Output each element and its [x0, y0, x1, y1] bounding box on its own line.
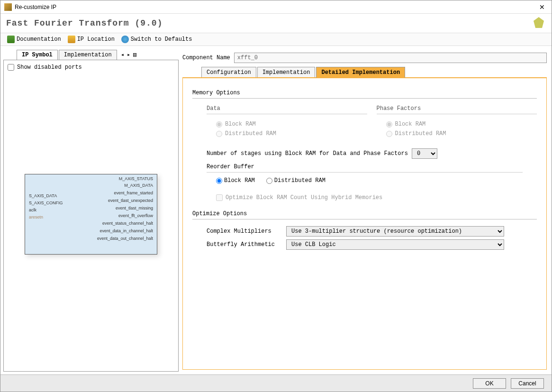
- radio-label: Distributed RAM: [225, 130, 276, 137]
- butterfly-arithmetic-select[interactable]: Use CLB Logic: [286, 239, 504, 250]
- port-right: event_status_channel_halt: [102, 221, 153, 226]
- data-column: Data Block RAM Distributed RAM: [207, 105, 367, 140]
- port-left: S_AXIS_CONFIG: [29, 201, 63, 205]
- port-right: event_data_in_channel_halt: [100, 228, 153, 233]
- ip-symbol-canvas[interactable]: S_AXIS_DATA S_AXIS_CONFIG aclk aresetn M…: [8, 74, 174, 367]
- checkbox-input: [216, 194, 223, 201]
- radio-input: [216, 131, 222, 137]
- port-left: S_AXIS_DATA: [29, 193, 57, 198]
- reorder-buffer-title: Reorder Buffer: [207, 164, 537, 170]
- footer: OK Cancel: [0, 374, 552, 392]
- left-tabs: IP Symbol Implementation ◂ ▸ ▤: [3, 49, 179, 60]
- data-block-ram-radio: Block RAM: [216, 121, 367, 128]
- radio-input: [386, 121, 392, 128]
- svg-marker-0: [534, 17, 544, 28]
- tab-configuration[interactable]: Configuration: [201, 67, 256, 78]
- ip-symbol-block: S_AXIS_DATA S_AXIS_CONFIG aclk aresetn M…: [25, 174, 157, 255]
- complex-multipliers-label: Complex Multipliers: [207, 228, 282, 235]
- complex-multipliers-select[interactable]: Use 3-multiplier structure (resource opt…: [286, 226, 504, 237]
- left-panel: IP Symbol Implementation ◂ ▸ ▤ Show disa…: [3, 49, 179, 372]
- reorder-radio-group: Block RAM Distributed RAM: [216, 177, 537, 184]
- phase-block-ram-radio: Block RAM: [386, 121, 537, 128]
- memory-columns: Data Block RAM Distributed RAM Phase Fac…: [207, 105, 537, 140]
- optimize-options-section: Optimize Options Complex Multipliers Use…: [192, 210, 537, 250]
- divider: [377, 114, 537, 114]
- port-left: aclk: [29, 208, 36, 212]
- radio-label: Distributed RAM: [274, 177, 326, 184]
- radio-label: Block RAM: [225, 121, 256, 128]
- tab-ip-symbol[interactable]: IP Symbol: [17, 50, 58, 60]
- butterfly-arithmetic-label: Butterfly Arithmetic: [207, 241, 282, 248]
- documentation-label: Documentation: [17, 36, 61, 43]
- port-right: event_data_out_channel_halt: [97, 236, 153, 241]
- ip-location-button[interactable]: IP Location: [66, 35, 117, 44]
- header: Fast Fourier Transform (9.0): [0, 14, 552, 33]
- optimize-hybrid-label: Optimize Block RAM Count Using Hybrid Me…: [226, 194, 382, 201]
- port-left: aresetn: [29, 215, 43, 219]
- switch-defaults-label: Switch to Defaults: [131, 36, 192, 43]
- memory-options-title: Memory Options: [192, 90, 537, 96]
- port-right: event_tlast_missing: [116, 206, 153, 210]
- ip-location-label: IP Location: [77, 36, 115, 43]
- reorder-block-ram-radio[interactable]: Block RAM: [216, 177, 255, 184]
- port-right: event_frame_started: [114, 191, 153, 195]
- refresh-icon: [121, 36, 129, 43]
- divider: [207, 172, 523, 173]
- stages-select[interactable]: 0: [412, 148, 437, 159]
- right-body: Memory Options Data Block RAM Distribute…: [182, 77, 547, 370]
- optimize-options-title: Optimize Options: [192, 210, 537, 217]
- titlebar: Re-customize IP ✕: [0, 0, 552, 14]
- port-right: M_AXIS_STATUS: [119, 176, 153, 181]
- tab-implementation-right[interactable]: Implementation: [257, 67, 316, 78]
- show-disabled-ports-checkbox[interactable]: Show disabled ports: [8, 64, 174, 71]
- close-icon[interactable]: ✕: [536, 2, 548, 12]
- radio-input: [216, 121, 222, 128]
- port-right: event_fft_overflow: [118, 213, 153, 218]
- tab-nav: ◂ ▸ ▤: [120, 51, 138, 58]
- radio-input[interactable]: [266, 178, 272, 184]
- show-disabled-ports-label: Show disabled ports: [17, 64, 82, 71]
- component-name-label: Component Name: [182, 55, 230, 61]
- toolbar: Documentation IP Location Switch to Defa…: [0, 33, 552, 46]
- radio-label: Block RAM: [395, 121, 426, 128]
- port-right: M_AXIS_DATA: [124, 183, 153, 188]
- component-name-row: Component Name: [182, 53, 547, 63]
- butterfly-arithmetic-row: Butterfly Arithmetic Use CLB Logic: [207, 239, 537, 250]
- vendor-logo-icon: [532, 16, 546, 30]
- documentation-button[interactable]: Documentation: [5, 35, 63, 44]
- optimize-hybrid-checkbox: Optimize Block RAM Count Using Hybrid Me…: [216, 194, 537, 201]
- cancel-button[interactable]: Cancel: [511, 378, 544, 389]
- window-icon: [4, 3, 12, 11]
- tab-detailed-implementation[interactable]: Detailed Implementation: [316, 67, 405, 78]
- tab-implementation-left[interactable]: Implementation: [59, 50, 117, 60]
- book-icon: [7, 36, 15, 43]
- folder-icon: [68, 36, 75, 43]
- stages-row: Number of stages using Block RAM for Dat…: [207, 148, 537, 159]
- right-panel: Component Name Configuration Implementat…: [181, 49, 549, 372]
- data-column-title: Data: [207, 105, 367, 112]
- radio-input[interactable]: [216, 178, 222, 184]
- phase-column: Phase Factors Block RAM Distributed RAM: [377, 105, 537, 140]
- reorder-distributed-ram-radio[interactable]: Distributed RAM: [266, 177, 326, 184]
- tab-next-icon[interactable]: ▸: [126, 51, 131, 58]
- tab-prev-icon[interactable]: ◂: [120, 51, 125, 58]
- radio-label: Block RAM: [224, 177, 255, 184]
- window-title: Re-customize IP: [15, 4, 536, 10]
- phase-column-title: Phase Factors: [377, 105, 537, 112]
- divider: [192, 219, 537, 219]
- radio-input: [386, 131, 392, 137]
- complex-multipliers-row: Complex Multipliers Use 3-multiplier str…: [207, 226, 537, 237]
- page-title: Fast Fourier Transform (9.0): [6, 18, 532, 28]
- tab-list-icon[interactable]: ▤: [132, 51, 137, 58]
- ok-button[interactable]: OK: [473, 378, 506, 389]
- show-disabled-ports-input[interactable]: [8, 64, 14, 71]
- component-name-input[interactable]: [234, 53, 547, 63]
- switch-defaults-button[interactable]: Switch to Defaults: [119, 35, 194, 44]
- divider: [207, 114, 367, 114]
- left-body: Show disabled ports S_AXIS_DATA S_AXIS_C…: [3, 60, 179, 372]
- right-tabs: Configuration Implementation Detailed Im…: [182, 67, 547, 78]
- divider: [192, 98, 537, 99]
- radio-label: Distributed RAM: [395, 130, 446, 137]
- port-right: event_tlast_unexpected: [108, 198, 153, 203]
- memory-options-section: Memory Options Data Block RAM Distribute…: [192, 90, 537, 201]
